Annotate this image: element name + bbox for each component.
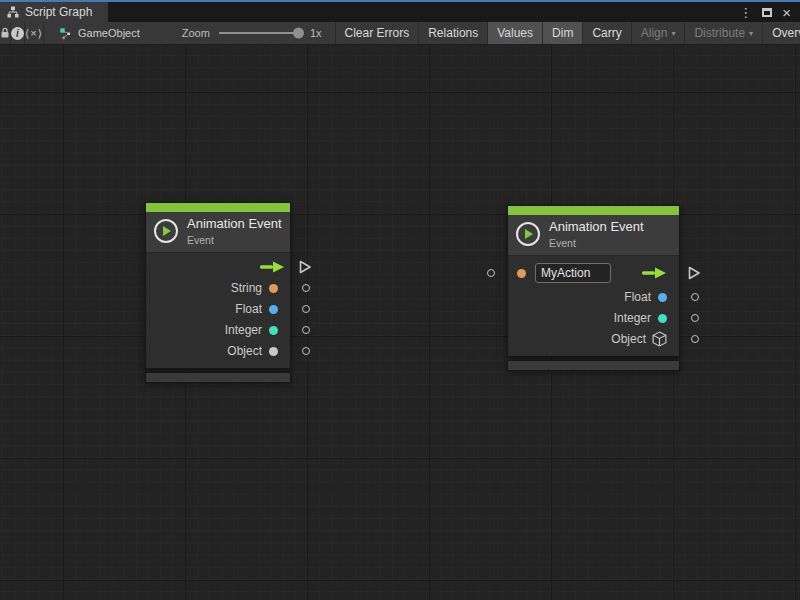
float-output-port[interactable] <box>691 293 699 301</box>
port-label: Float <box>624 290 651 304</box>
node-title: Animation Event <box>187 217 282 232</box>
tab-title: Script Graph <box>25 5 92 19</box>
float-type-icon <box>658 293 667 302</box>
output-row-float: Float <box>508 287 679 308</box>
object-type-icon <box>269 347 278 356</box>
action-name-field[interactable] <box>535 263 611 283</box>
values-toggle[interactable]: Values <box>487 22 542 44</box>
port-label: Float <box>235 302 262 316</box>
align-dropdown[interactable]: Align ▾ <box>631 22 685 44</box>
maximize-icon[interactable] <box>762 8 772 17</box>
node-title: Animation Event <box>549 220 644 235</box>
string-output-port[interactable] <box>302 284 310 292</box>
port-label: String <box>231 281 262 295</box>
code-view-button[interactable]: ⟨×⟩ <box>25 22 44 44</box>
zoom-label: Zoom <box>182 27 210 39</box>
node-accent-bar <box>146 203 290 212</box>
node-footer <box>145 372 291 383</box>
chevron-down-icon: ▾ <box>749 29 753 38</box>
node-header[interactable]: Animation Event Event <box>146 212 290 253</box>
chevron-down-icon: ▾ <box>671 29 675 38</box>
string-type-icon <box>517 269 526 278</box>
node-header[interactable]: Animation Event Event <box>508 215 679 256</box>
carry-toggle[interactable]: Carry <box>582 22 630 44</box>
flow-output-port[interactable] <box>299 260 312 275</box>
window-controls: ⋮ × <box>739 2 800 22</box>
output-row-float: Float <box>146 299 290 320</box>
event-play-icon <box>516 222 540 246</box>
cube-icon <box>652 331 667 347</box>
code-view-icon: ⟨×⟩ <box>25 27 43 40</box>
integer-type-icon <box>658 314 667 323</box>
string-type-icon <box>269 284 278 293</box>
node-body: String Float Integer <box>146 253 290 368</box>
action-name-input-port[interactable] <box>487 269 495 277</box>
flow-output-row <box>146 257 290 278</box>
flow-arrow-icon <box>640 266 667 280</box>
node-subtitle: Event <box>549 237 644 249</box>
object-output-port[interactable] <box>302 347 310 355</box>
output-row-object: Object <box>508 329 679 350</box>
dim-toggle[interactable]: Dim <box>542 22 582 44</box>
zoom-control: Zoom 1x <box>182 22 322 44</box>
zoom-slider[interactable] <box>219 32 301 34</box>
output-row-string: String <box>146 278 290 299</box>
integer-output-port[interactable] <box>302 326 310 334</box>
relations-button[interactable]: Relations <box>418 22 487 44</box>
window-menu-icon[interactable]: ⋮ <box>739 6 752 19</box>
tab-script-graph[interactable]: Script Graph <box>0 2 108 22</box>
graph-asset-icon <box>59 27 72 40</box>
animation-event-node-1[interactable]: Animation Event Event <box>145 202 291 383</box>
close-icon[interactable]: × <box>782 5 791 20</box>
graph-toolbar: i ⟨×⟩ GameObject Zoom 1x <box>0 22 800 45</box>
lock-icon <box>0 27 10 39</box>
float-output-port[interactable] <box>302 305 310 313</box>
port-label: Integer <box>614 311 651 325</box>
node-footer <box>507 360 680 371</box>
graph-target-label: GameObject <box>78 27 140 39</box>
event-play-icon <box>154 219 178 243</box>
port-label: Object <box>227 344 262 358</box>
graph-target[interactable]: GameObject <box>44 22 150 44</box>
overview-button[interactable]: Overv <box>762 22 800 44</box>
distribute-dropdown[interactable]: Distribute ▾ <box>684 22 762 44</box>
toolbar-buttons: Clear Errors Relations Values Dim Carry … <box>335 22 800 44</box>
port-label: Integer <box>225 323 262 337</box>
node-accent-bar <box>508 206 679 215</box>
flow-output-port[interactable] <box>688 266 701 281</box>
node-subtitle: Event <box>187 234 282 246</box>
output-row-integer: Integer <box>146 320 290 341</box>
output-row-object: Object <box>146 341 290 362</box>
float-type-icon <box>269 305 278 314</box>
flow-arrow-icon <box>258 260 285 274</box>
lock-button[interactable] <box>0 22 11 44</box>
zoom-slider-handle[interactable] <box>293 28 304 39</box>
integer-type-icon <box>269 326 278 335</box>
object-output-port[interactable] <box>691 335 699 343</box>
graph-canvas[interactable]: Animation Event Event <box>0 45 800 600</box>
script-graph-window: Script Graph ⋮ × i ⟨×⟩ <box>0 0 800 600</box>
clear-errors-button[interactable]: Clear Errors <box>335 22 419 44</box>
tab-bar: Script Graph ⋮ × <box>0 2 800 22</box>
integer-output-port[interactable] <box>691 314 699 322</box>
script-graph-icon <box>7 6 19 18</box>
port-label: Object <box>611 332 646 346</box>
animation-event-node-2[interactable]: Animation Event Event <box>507 205 680 371</box>
zoom-value: 1x <box>310 27 322 39</box>
node-body: Float Integer Object <box>508 256 679 356</box>
info-icon: i <box>11 27 24 40</box>
info-button[interactable]: i <box>11 22 25 44</box>
action-name-input-row <box>508 260 679 287</box>
output-row-integer: Integer <box>508 308 679 329</box>
